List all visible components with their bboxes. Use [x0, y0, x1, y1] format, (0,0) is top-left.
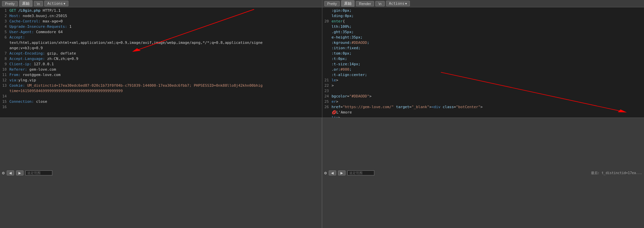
table-row: 13 Cookie: UM_distinctid=17ea30edc6ed87-… — [0, 83, 322, 88]
right-code-area: :gin:0px; lding:0px; 20 enter{ lth:100%;… — [322, 7, 644, 118]
table-row: 16 — [0, 104, 322, 110]
table-row: lth:100%; — [322, 24, 644, 29]
table-row: 14 — [0, 94, 322, 99]
table-row: :gin:0px; — [322, 8, 644, 13]
table-row: e-height:35px; — [322, 35, 644, 40]
right-newline-btn[interactable]: \n — [375, 1, 384, 6]
right-prev-btn[interactable]: ◀ — [329, 170, 336, 175]
table-row: 26 href="https://gem-love.com/" target="… — [322, 104, 644, 110]
table-row: 20 enter{ — [322, 19, 644, 24]
right-settings-icon[interactable]: ⚙ — [324, 170, 327, 175]
table-row: lding:0px; — [322, 13, 644, 19]
table-row: 10 Referer: gem-love.com — [0, 67, 322, 72]
table-row: .ght:35px; — [322, 29, 644, 35]
left-newline-btn[interactable]: \n — [34, 1, 43, 6]
left-code-area: 1 GET /L0gin.php HTTP/1.1 2 Host: node3.… — [0, 7, 322, 118]
table-row: .or:#000; — [322, 67, 644, 72]
table-row: 8 Accept-Language: zh-CN,zh;q=0.9 — [0, 56, 322, 62]
left-actions-btn[interactable]: Actions ▼ — [44, 1, 68, 6]
table-row: 22 > — [322, 83, 644, 88]
table-row: ange;v=b3;q=0.9 — [0, 46, 322, 51]
table-row: 15 Connection: close — [0, 99, 322, 104]
table-row: liv> — [322, 115, 644, 118]
table-row: :kground:#DDAODD; — [322, 40, 644, 46]
table-row: 23 — [322, 88, 644, 94]
right-actions-dropdown-arrow: ▼ — [405, 2, 407, 5]
left-search-input[interactable] — [25, 170, 52, 175]
right-bottom-bar: ⚙ ◀ ▶ 最后: t_distinctid=17ea... — [322, 118, 644, 228]
right-raw-btn[interactable]: 原始 — [341, 0, 355, 7]
right-next-btn[interactable]: ▶ — [338, 170, 345, 175]
table-row: :t:0px; — [322, 56, 644, 62]
table-row: :ition:fixed; — [322, 46, 644, 51]
right-status-text: 最后: t_distinctid=17ea... — [591, 171, 642, 175]
left-settings-icon[interactable]: ⚙ — [2, 170, 5, 175]
table-row: 11 From: root@gem-love.com — [0, 72, 322, 78]
left-next-btn[interactable]: ▶ — [16, 170, 23, 175]
table-row: 4 Upgrade-Insecure-Requests: 1 — [0, 24, 322, 29]
table-row: :tom:0px; — [322, 51, 644, 56]
table-row: 25 er> — [322, 99, 644, 104]
table-row: 9 Client-ip: 127.0.0.1 — [0, 62, 322, 67]
left-prev-btn[interactable]: ◀ — [7, 170, 14, 175]
table-row: :t-size:14px; — [322, 62, 644, 67]
table-row: text/html,application/xhtml+xml,applicat… — [0, 40, 322, 46]
table-row: 6 Accept: — [0, 35, 322, 40]
left-actions-dropdown-arrow: ▼ — [63, 2, 65, 5]
table-row: 21 le> — [322, 78, 644, 83]
left-bottom-bar: ⚙ ◀ ▶ — [0, 118, 322, 228]
table-row: time=16150958469999999999999999999999999… — [0, 88, 322, 94]
table-row: :t-align:center; — [322, 72, 644, 78]
right-actions-btn[interactable]: Actions ▼ — [386, 1, 410, 6]
left-toolbar: Pretty 原始 \n Actions ▼ — [0, 0, 322, 7]
table-row: 7 Accept-Encoding: gzip, deflate — [0, 51, 322, 56]
right-search-input[interactable] — [347, 170, 374, 175]
right-render-btn[interactable]: Render — [356, 1, 374, 6]
table-row: 12 via:ylng.vip — [0, 78, 322, 83]
right-pretty-btn[interactable]: Pretty — [324, 1, 340, 6]
table-row: 1 GET /L0gin.php HTTP/1.1 — [0, 8, 322, 13]
left-pretty-btn[interactable]: Pretty — [2, 1, 18, 6]
table-row: 3 Cache-Control: max-age=0 — [0, 19, 322, 24]
table-row: 5 User-Agent: Commodore 64 — [0, 29, 322, 35]
table-row: 2 Host: node3.buuoj.cn:25015 — [0, 13, 322, 19]
table-row: 24 bgcolor="#DDAODD"> — [322, 94, 644, 99]
left-raw-btn[interactable]: 原始 — [19, 0, 33, 7]
table-row: 💋L'Amore — [322, 110, 644, 115]
right-toolbar: Pretty 原始 Render \n Actions ▼ — [322, 0, 644, 7]
